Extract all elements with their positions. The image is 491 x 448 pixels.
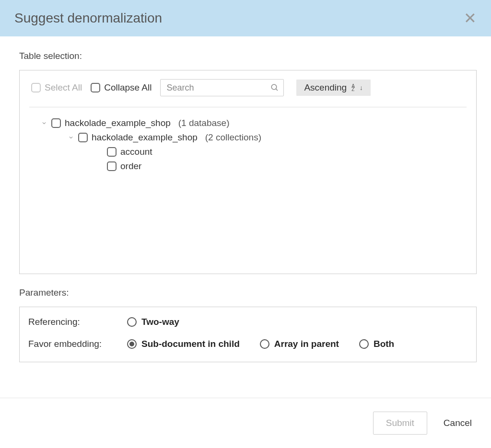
table-selection-label: Table selection: xyxy=(19,51,477,61)
tree-row-collection[interactable]: order xyxy=(29,159,467,173)
parameters-box: Referencing: Two-way Favor embedding: Su… xyxy=(19,307,477,362)
radio-two-way[interactable]: Two-way xyxy=(127,317,179,327)
sort-icon: AZ xyxy=(351,84,355,91)
tree-db-name: hackolade_example_shop xyxy=(92,132,198,143)
param-row-favor-embedding: Favor embedding: Sub-document in child A… xyxy=(28,339,468,349)
tree-row-root[interactable]: hackolade_example_shop (1 database) xyxy=(29,116,467,130)
parameters-label: Parameters: xyxy=(19,287,477,298)
collapse-all-checkbox[interactable] xyxy=(91,83,100,92)
tree-checkbox-collection-account[interactable] xyxy=(107,147,117,157)
tree-collection-name: order xyxy=(120,161,141,172)
dialog-footer: Submit Cancel xyxy=(0,398,491,448)
sort-label: Ascending xyxy=(304,82,347,93)
referencing-radio-group: Two-way xyxy=(127,317,179,327)
favor-embedding-label: Favor embedding: xyxy=(28,339,127,349)
tree: hackolade_example_shop (1 database) hack… xyxy=(29,116,467,173)
radio-label: Sub-document in child xyxy=(141,339,240,349)
param-row-referencing: Referencing: Two-way xyxy=(28,317,468,327)
tree-root-name: hackolade_example_shop xyxy=(65,118,171,128)
collapse-all-wrap[interactable]: Collapse All xyxy=(91,82,152,93)
tree-row-collection[interactable]: account xyxy=(29,145,467,159)
tree-collection-name: account xyxy=(120,147,152,157)
chevron-down-icon[interactable] xyxy=(41,120,47,126)
radio-both[interactable]: Both xyxy=(359,339,394,349)
chevron-down-icon[interactable] xyxy=(68,135,74,140)
table-selection-toolbar: Select All Collapse All Ascending AZ ↓ xyxy=(29,79,467,107)
favor-embedding-radio-group: Sub-document in child Array in parent Bo… xyxy=(127,339,394,349)
collapse-all-label: Collapse All xyxy=(104,82,152,93)
search-wrap xyxy=(160,79,284,96)
radio-label: Array in parent xyxy=(274,339,339,349)
svg-line-1 xyxy=(276,89,278,91)
dialog-header: Suggest denormalization ✕ xyxy=(0,0,491,36)
radio-input[interactable] xyxy=(260,339,269,349)
close-icon[interactable]: ✕ xyxy=(464,11,477,26)
dialog-title: Suggest denormalization xyxy=(14,11,162,26)
radio-input[interactable] xyxy=(359,339,369,349)
search-input[interactable] xyxy=(160,79,284,96)
select-all-checkbox[interactable] xyxy=(31,83,41,92)
radio-array-parent[interactable]: Array in parent xyxy=(260,339,339,349)
radio-label: Both xyxy=(374,339,394,349)
tree-checkbox-root[interactable] xyxy=(51,118,61,128)
tree-checkbox-collection-order[interactable] xyxy=(107,161,117,171)
referencing-label: Referencing: xyxy=(28,317,127,327)
tree-db-suffix: (2 collections) xyxy=(205,132,261,143)
radio-input[interactable] xyxy=(127,317,137,327)
radio-sub-document[interactable]: Sub-document in child xyxy=(127,339,240,349)
table-selection-box: Select All Collapse All Ascending AZ ↓ xyxy=(19,70,477,274)
sort-arrow-icon: ↓ xyxy=(360,84,363,92)
dialog-body: Table selection: Select All Collapse All… xyxy=(0,36,491,362)
sort-button[interactable]: Ascending AZ ↓ xyxy=(296,80,370,96)
tree-row-db[interactable]: hackolade_example_shop (2 collections) xyxy=(29,130,467,145)
search-icon xyxy=(270,83,279,92)
tree-root-suffix: (1 database) xyxy=(178,118,230,128)
select-all-wrap[interactable]: Select All xyxy=(31,82,82,93)
select-all-label: Select All xyxy=(45,82,82,93)
svg-point-0 xyxy=(272,84,277,90)
radio-input[interactable] xyxy=(127,339,137,349)
cancel-button[interactable]: Cancel xyxy=(444,418,472,428)
submit-button[interactable]: Submit xyxy=(373,412,427,435)
tree-checkbox-db[interactable] xyxy=(78,133,88,142)
radio-label: Two-way xyxy=(141,317,179,327)
